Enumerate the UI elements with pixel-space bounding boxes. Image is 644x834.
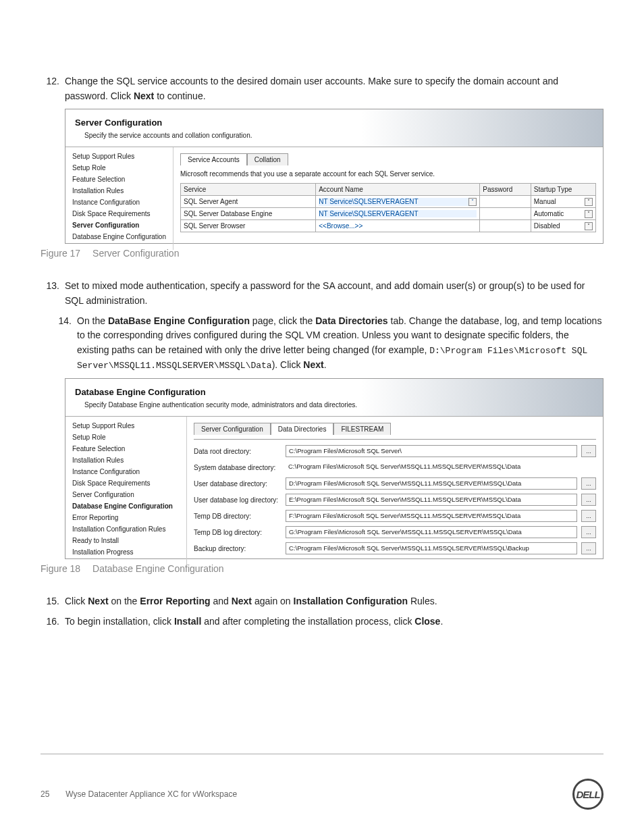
fig17-col-header: Service [181, 184, 316, 196]
fig18-directories: Data root directory:C:\Program Files\Mic… [194, 445, 596, 554]
fig17-side-item[interactable]: Instance Configuration [72, 199, 166, 206]
step-13-text: Set to mixed mode authentication, specif… [65, 279, 603, 308]
s15-b: Next [88, 596, 108, 606]
fig18-side-item[interactable]: Disk Space Requirements [72, 479, 180, 487]
s14-h: . [324, 359, 327, 370]
table-row: SQL Server Browser<<Browse...>>Disabled˅ [181, 220, 596, 232]
account-name-cell[interactable]: NT Service\SQLSERVERAGENT˅ [316, 196, 480, 208]
account-name-cell[interactable]: NT Service\SQLSERVERAGENT [316, 208, 480, 220]
tab-collation[interactable]: Collation [247, 153, 288, 165]
directory-path-input[interactable]: E:\Program Files\Microsoft SQL Server\MS… [286, 494, 577, 506]
password-cell[interactable] [480, 196, 531, 208]
tab-service-accounts[interactable]: Service Accounts [180, 153, 247, 165]
fig17-col-header: Password [480, 184, 531, 196]
fig17-side-item[interactable]: Setup Support Rules [72, 153, 166, 160]
fig18-tab[interactable]: FILESTREAM [333, 423, 391, 435]
step-15-num: 15. [41, 594, 59, 609]
step-16: 16. To begin installation, click Install… [41, 615, 603, 629]
fig18-sidebar: Setup Support RulesSetup RoleFeature Sel… [65, 417, 187, 565]
directory-row: Temp DB directory:F:\Program Files\Micro… [194, 510, 596, 522]
fig18-side-item[interactable]: Database Engine Configuration [72, 502, 180, 510]
page-footer: 25 Wyse Datacenter Appliance XC for vWor… [41, 754, 603, 810]
step-14-num: 14. [53, 314, 72, 373]
fig17-header: Server Configuration Specify the service… [65, 109, 603, 147]
fig17-subtitle: Specify the service accounts and collati… [75, 132, 252, 139]
fig17-sidebar: Setup Support RulesSetup RoleFeature Sel… [65, 147, 173, 250]
s14-g: Next [303, 359, 323, 370]
fig18-tab[interactable]: Data Directories [271, 423, 334, 435]
browse-button[interactable]: ... [581, 445, 596, 457]
directory-path-input[interactable]: G:\Program Files\Microsoft SQL Server\MS… [286, 526, 577, 538]
fig18-side-item[interactable]: Feature Selection [72, 445, 180, 452]
s16-e: . [440, 616, 443, 627]
fig18-side-item[interactable]: Error Reporting [72, 514, 180, 521]
browse-button[interactable]: ... [581, 542, 596, 554]
s15-f: Next [232, 596, 252, 606]
password-cell[interactable] [480, 220, 531, 232]
fig18-side-item[interactable]: Installation Rules [72, 457, 180, 464]
s16-b: Install [174, 616, 201, 627]
fig17-side-item[interactable]: Setup Role [72, 164, 166, 172]
directory-path-input[interactable]: C:\Program Files\Microsoft SQL Server\MS… [286, 542, 577, 554]
service-cell: SQL Server Database Engine [181, 208, 316, 220]
directory-row: User database log directory:E:\Program F… [194, 494, 596, 506]
step-16-num: 16. [41, 615, 59, 629]
s14-f: ). Click [272, 359, 304, 370]
directory-path-input[interactable]: F:\Program Files\Microsoft SQL Server\MS… [286, 510, 577, 522]
fig18-side-item[interactable]: Setup Support Rules [72, 422, 180, 429]
fig17-side-item[interactable]: Server Configuration [72, 221, 166, 229]
directory-label: User database directory: [194, 480, 281, 488]
chevron-down-icon[interactable]: ˅ [585, 198, 593, 206]
directory-label: Data root directory: [194, 448, 281, 455]
dell-logo-icon: DELL [572, 779, 603, 810]
password-cell[interactable] [480, 208, 531, 220]
s16-d: Close [414, 616, 440, 627]
directory-row: User database directory:D:\Program Files… [194, 477, 596, 490]
fig18-side-item[interactable]: Instance Configuration [72, 468, 180, 475]
step-12-num: 12. [41, 74, 59, 103]
browse-button[interactable]: ... [581, 477, 596, 490]
fig17-side-item[interactable]: Feature Selection [72, 176, 166, 183]
fig18-right-pane: Server ConfigurationData DirectoriesFILE… [187, 417, 603, 565]
step-13-num: 13. [41, 279, 59, 308]
fig17-side-item[interactable]: Installation Rules [72, 187, 166, 194]
browse-button[interactable]: ... [581, 510, 596, 522]
fig18-header: Database Engine Configuration Specify Da… [65, 379, 603, 417]
browse-button[interactable]: ... [581, 526, 596, 538]
fig18-tab[interactable]: Server Configuration [194, 423, 271, 435]
doc-title: Wyse Datacenter Appliance XC for vWorksp… [65, 789, 237, 799]
directory-row: System database directory:C:\Program Fil… [194, 461, 596, 473]
table-row: SQL Server AgentNT Service\SQLSERVERAGEN… [181, 196, 596, 208]
step-12-next: Next [134, 90, 154, 101]
directory-path-input[interactable]: D:\Program Files\Microsoft SQL Server\MS… [286, 477, 577, 490]
fig17-tabs: Service Accounts Collation [180, 153, 596, 165]
s15-a: Click [65, 596, 88, 606]
chevron-down-icon[interactable]: ˅ [468, 198, 477, 206]
fig18-side-item[interactable]: Installation Progress [72, 548, 180, 556]
directory-label: System database directory: [194, 464, 281, 471]
fig18-subtitle: Specify Database Engine authentication s… [75, 401, 357, 409]
fig18-side-item[interactable]: Installation Configuration Rules [72, 525, 180, 533]
browse-button[interactable]: ... [581, 494, 596, 506]
directory-label: Temp DB directory: [194, 513, 281, 520]
fig18-title: Database Engine Configuration [75, 387, 206, 397]
fig18-side-item[interactable]: Setup Role [72, 434, 180, 441]
s15-g: again on [252, 596, 294, 606]
directory-path-input[interactable]: C:\Program Files\Microsoft SQL Server\ [286, 445, 577, 457]
s14-b: DataBase Engine Configuration [108, 315, 250, 326]
fig18-side-item[interactable]: Ready to Install [72, 537, 180, 544]
startup-type-cell[interactable]: Automatic˅ [531, 208, 595, 220]
account-name-cell[interactable]: <<Browse...>> [316, 220, 480, 232]
startup-type-cell[interactable]: Disabled˅ [531, 220, 595, 232]
fig17-side-item[interactable]: Disk Space Requirements [72, 210, 166, 217]
startup-type-cell[interactable]: Manual˅ [531, 196, 595, 208]
service-cell: SQL Server Browser [181, 220, 316, 232]
fig17-note: Microsoft recommends that you use a sepa… [180, 170, 596, 178]
directory-label: User database log directory: [194, 496, 281, 504]
step-12: 12. Change the SQL service accounts to t… [41, 74, 603, 103]
fig17-side-item[interactable]: Database Engine Configuration [72, 233, 166, 240]
fig18-side-item[interactable]: Server Configuration [72, 491, 180, 498]
chevron-down-icon[interactable]: ˅ [585, 222, 593, 230]
s15-e: and [211, 596, 232, 606]
chevron-down-icon[interactable]: ˅ [585, 210, 593, 218]
